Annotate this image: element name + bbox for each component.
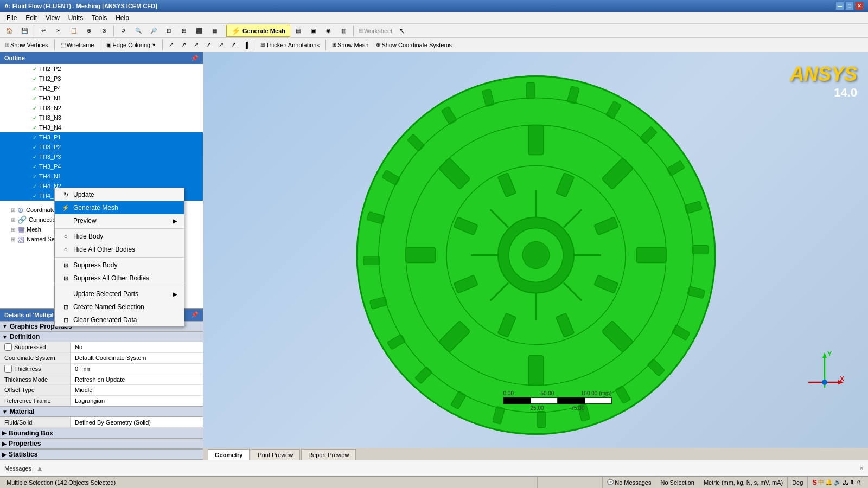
sep2 xyxy=(113,25,114,36)
status-bar: Multiple Selection (142 Objects Selected… xyxy=(0,476,868,488)
menu-view[interactable]: View xyxy=(41,13,64,23)
arrow-btn-5[interactable]: ↗ xyxy=(216,39,226,51)
menu-file[interactable]: File xyxy=(2,13,21,23)
tb-icon-7[interactable]: ⊗ xyxy=(97,25,111,37)
sep1 xyxy=(34,25,34,36)
thickness-checkbox[interactable] xyxy=(4,365,12,373)
tb-bar-icon[interactable]: ▐ xyxy=(241,39,251,51)
coord-axes: Y X xyxy=(803,350,846,395)
ctx-suppress-all[interactable]: ⊠ Suppress All Other Bodies xyxy=(55,272,184,285)
ctx-update[interactable]: ↻ Update xyxy=(55,188,184,201)
ctx-update-selected-parts[interactable]: Update Selected Parts ▶ xyxy=(55,287,184,300)
arrow-btn-6[interactable]: ↗ xyxy=(228,39,239,51)
tree-item-th3p1[interactable]: ✓ TH3_P1 xyxy=(0,132,203,142)
tb-icon-2[interactable]: 💾 xyxy=(17,25,31,37)
tree-item-th3p4[interactable]: ✓ TH3_P4 xyxy=(0,162,203,171)
tree-item-th3p2[interactable]: ✓ TH3_P2 xyxy=(0,142,203,152)
tb-icon-10[interactable]: 🔎 xyxy=(146,25,161,37)
status-no-selection: No Selection xyxy=(656,477,699,488)
svg-rect-25 xyxy=(528,125,544,155)
ctx-create-named-selection[interactable]: ⊞ Create Named Selection xyxy=(55,300,184,313)
section-bounding-box: ▶ Bounding Box xyxy=(0,428,203,439)
arrow-btn-2[interactable]: ↗ xyxy=(178,39,189,51)
tb-icon-5[interactable]: 📋 xyxy=(67,25,81,37)
tb-icon-mesh2[interactable]: ▤ xyxy=(291,25,305,37)
viewport[interactable]: ANSYS 14.0 xyxy=(203,52,868,460)
tree-item-th3p3[interactable]: ✓ TH3_P3 xyxy=(0,152,203,162)
ns-icon: ▧ xyxy=(17,235,24,243)
expand-properties[interactable]: ▶ xyxy=(2,441,7,447)
show-mesh-button[interactable]: ⊞ Show Mesh xyxy=(329,39,371,51)
suppressed-checkbox[interactable] xyxy=(4,343,12,351)
tb-icon-11[interactable]: ⊡ xyxy=(162,25,176,37)
tree-item-th3n2[interactable]: ✓ TH3_N2 xyxy=(0,103,203,113)
arrow-btn-3[interactable]: ↗ xyxy=(191,39,201,51)
tab-report-preview[interactable]: Report Preview xyxy=(301,449,356,460)
tree-item-th2p3[interactable]: ✓ TH2_P3 xyxy=(0,74,203,84)
expand-material[interactable]: ▼ xyxy=(2,409,8,415)
tb-icon-mesh5[interactable]: ▥ xyxy=(337,25,351,37)
tb-icon-9[interactable]: 🔍 xyxy=(131,25,145,37)
status-empty xyxy=(538,477,603,488)
tree-item-th3n3[interactable]: ✓ TH3_N3 xyxy=(0,113,203,123)
row-suppressed: Suppressed No xyxy=(0,342,203,353)
wireframe-button[interactable]: ⬚ Wireframe xyxy=(58,39,97,51)
tree-item-th3n1[interactable]: ✓ TH3_N1 xyxy=(0,93,203,103)
tb-icon-12[interactable]: ⊞ xyxy=(177,25,191,37)
close-button[interactable]: ✕ xyxy=(855,2,864,10)
messages-expand[interactable]: ▲ xyxy=(36,464,43,473)
arrow-btn-1[interactable]: ↗ xyxy=(166,39,176,51)
status-units: Metric (mm, kg, N, s, mV, mA) xyxy=(699,477,788,488)
tb-icon-3[interactable]: ↩ xyxy=(36,25,50,37)
show-vertices-button[interactable]: ⊞ Show Vertices xyxy=(2,39,51,51)
tb-icon-6[interactable]: ⊕ xyxy=(82,25,96,37)
tb-icon-4[interactable]: ✂ xyxy=(52,25,66,37)
ctx-clear-data[interactable]: ⊡ Clear Generated Data xyxy=(55,313,184,326)
expand-bounding-box[interactable]: ▶ xyxy=(2,430,7,436)
update-parts-icon xyxy=(61,290,70,298)
ctx-hide-body[interactable]: ○ Hide Body xyxy=(55,230,184,243)
menu-edit[interactable]: Edit xyxy=(21,13,41,23)
preview-arrow: ▶ xyxy=(173,218,177,224)
expand-statistics[interactable]: ▶ xyxy=(2,452,7,458)
tb-cursor[interactable]: ↖ xyxy=(396,25,408,37)
ctx-suppress-body[interactable]: ⊠ Suppress Body xyxy=(55,259,184,272)
tb-icon-mesh4[interactable]: ◉ xyxy=(322,25,336,37)
arrow-btn-4[interactable]: ↗ xyxy=(203,39,214,51)
tb-icon-14[interactable]: ▦ xyxy=(207,25,221,37)
tree-item-th2p4[interactable]: ✓ TH2_P4 xyxy=(0,84,203,93)
menu-help[interactable]: Help xyxy=(111,13,133,23)
status-solver-icon: S 中 🔔 🔊 🖧 ⬆ 🖨 xyxy=(808,477,866,488)
details-pin[interactable]: 📌 xyxy=(191,311,199,318)
tb-icon-8[interactable]: ↺ xyxy=(116,25,130,37)
svg-rect-31 xyxy=(406,248,436,263)
expand-icon: ⊞ xyxy=(11,217,15,223)
edge-coloring-button[interactable]: ▣ Edge Coloring ▼ xyxy=(104,39,159,51)
generate-mesh-button[interactable]: ⚡ Generate Mesh xyxy=(226,25,290,37)
expand-graphics[interactable]: ▼ xyxy=(2,323,8,329)
worksheet-button[interactable]: ⊞ Worksheet xyxy=(356,25,395,37)
menu-units[interactable]: Units xyxy=(64,13,87,23)
tb-icon-1[interactable]: 🏠 xyxy=(2,25,16,37)
expand-definition[interactable]: ▼ xyxy=(2,334,8,340)
ctx-hide-all-bodies[interactable]: ○ Hide All Other Bodies xyxy=(55,243,184,256)
tree-item-th4n1[interactable]: ✓ TH4_N1 xyxy=(0,171,203,181)
outline-pin[interactable]: 📌 xyxy=(191,55,199,62)
menu-bar: File Edit View Units Tools Help xyxy=(0,12,868,24)
ctx-preview[interactable]: Preview ▶ xyxy=(55,214,184,227)
tb-icon-mesh3[interactable]: ▣ xyxy=(307,25,321,37)
ctx-generate-mesh[interactable]: ⚡ Generate Mesh xyxy=(55,201,184,214)
outline-header: Outline 📌 xyxy=(0,52,203,64)
tb-icon-13[interactable]: ⬛ xyxy=(192,25,206,37)
tree-item-th3n4[interactable]: ✓ TH3_N4 xyxy=(0,123,203,132)
tree-item-th2p2[interactable]: ✓ TH2_P2 xyxy=(0,64,203,74)
menu-tools[interactable]: Tools xyxy=(87,13,111,23)
show-coord-systems-button[interactable]: ⊕ Show Coordinate Systems xyxy=(373,39,455,51)
tab-print-preview[interactable]: Print Preview xyxy=(251,449,300,460)
thicken-annotations-button[interactable]: ⊟ Thicken Annotations xyxy=(258,39,322,51)
close-messages[interactable]: ✕ xyxy=(859,465,864,471)
maximize-button[interactable]: □ xyxy=(845,2,854,10)
minimize-button[interactable]: — xyxy=(835,2,844,10)
axes-svg: Y X xyxy=(803,350,846,393)
tab-geometry[interactable]: Geometry xyxy=(208,449,250,460)
